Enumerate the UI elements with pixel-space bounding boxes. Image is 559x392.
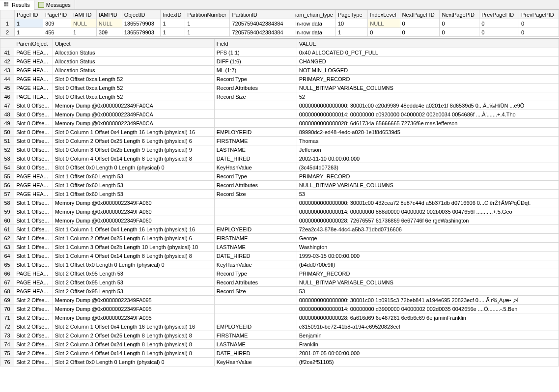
cell[interactable]: ML (1:7) <box>214 66 297 75</box>
cell[interactable] <box>214 207 297 216</box>
cell[interactable] <box>214 110 297 119</box>
table-row[interactable]: 41PAGE HEA...Allocation StatusPFS (1:1)0… <box>0 48 559 57</box>
col-header[interactable]: PageType <box>335 10 367 19</box>
cell[interactable]: 0000000000000000: 30001c00 432cea72 8e87… <box>297 198 559 207</box>
table-row[interactable]: 11309NULLNULL136557990311720575940423843… <box>0 19 559 28</box>
cell[interactable]: Memory Dump @0x00000022349FA060 <box>53 207 214 216</box>
cell[interactable]: Slot 1 Offset 0x0 Length 0 Length (physi… <box>53 260 214 269</box>
row-number[interactable]: 52 <box>0 145 14 154</box>
cell[interactable]: 0000000000000014: 00000000 888d0000 0400… <box>297 207 559 216</box>
lower-table[interactable]: ParentObjectObjectFieldVALUE41PAGE HEA..… <box>0 39 559 366</box>
cell[interactable]: PAGE HEA... <box>14 48 53 57</box>
table-row[interactable]: 62Slot 1 Offse...Slot 1 Column 2 Offset … <box>0 234 559 243</box>
cell[interactable]: Jefferson <box>297 145 559 154</box>
cell[interactable]: Memory Dump @0x00000022349FA095 <box>53 305 214 313</box>
cell[interactable]: Slot 1 Offse... <box>14 243 53 252</box>
cell[interactable]: 0 <box>519 28 559 37</box>
cell[interactable]: Thomas <box>297 137 559 145</box>
row-number[interactable]: 62 <box>0 234 14 243</box>
cell[interactable]: Slot 2 Offset 0x0 Length 0 Length (physi… <box>53 358 214 366</box>
table-row[interactable]: 46PAGE HEA...Slot 0 Offset 0xca Length 5… <box>0 92 559 101</box>
row-number[interactable]: 49 <box>0 119 14 128</box>
col-header[interactable]: Object <box>53 39 214 48</box>
row-number[interactable]: 46 <box>0 92 14 101</box>
cell[interactable]: 89990dc2-ed48-4edc-a020-1e1f8d6539d5 <box>297 128 559 137</box>
col-header[interactable]: NextPagePID <box>440 10 479 19</box>
cell[interactable]: 72057594042384384 <box>230 19 293 28</box>
cell[interactable]: PAGE HEA... <box>14 190 53 198</box>
cell[interactable]: Slot 2 Offse... <box>14 358 53 366</box>
row-number[interactable]: 1 <box>0 19 15 28</box>
cell[interactable]: NULL_BITMAP VARIABLE_COLUMNS <box>297 84 559 92</box>
table-row[interactable]: 45PAGE HEA...Slot 0 Offset 0xca Length 5… <box>0 84 559 92</box>
cell[interactable]: DIFF (1:6) <box>214 57 297 66</box>
cell[interactable]: PAGE HEA... <box>14 269 53 278</box>
col-header[interactable]: PagePID <box>43 10 71 19</box>
cell[interactable]: In-row data <box>293 28 335 37</box>
row-number[interactable]: 68 <box>0 287 14 296</box>
cell[interactable]: 1 <box>71 28 97 37</box>
cell[interactable] <box>214 313 297 322</box>
cell[interactable]: Slot 2 Column 4 Offset 0x14 Length 8 Len… <box>53 349 214 358</box>
table-row[interactable]: 44PAGE HEA...Slot 0 Offset 0xca Length 5… <box>0 75 559 84</box>
table-row[interactable]: 54Slot 0 Offse...Slot 0 Offset 0x0 Lengt… <box>0 163 559 172</box>
col-header[interactable]: Field <box>214 39 297 48</box>
cell[interactable]: Slot 1 Offse... <box>14 225 53 234</box>
cell[interactable]: Slot 0 Offse... <box>14 110 53 119</box>
cell[interactable]: In-row data <box>293 19 335 28</box>
cell[interactable]: 0 <box>479 19 519 28</box>
cell[interactable]: Memory Dump @0x00000022349FA0CA <box>53 119 214 128</box>
cell[interactable]: PAGE HEA... <box>14 84 53 92</box>
cell[interactable] <box>214 198 297 207</box>
cell[interactable]: Slot 2 Column 2 Offset 0x25 Length 8 Len… <box>53 331 214 340</box>
cell[interactable]: Slot 2 Column 1 Offset 0x4 Length 16 Len… <box>53 322 214 331</box>
cell[interactable]: 1 <box>185 19 230 28</box>
cell[interactable]: 0000000000000000: 30001c00 c20d9989 48ed… <box>297 101 559 110</box>
cell[interactable]: Slot 1 Column 2 Offset 0x25 Length 6 Len… <box>53 234 214 243</box>
cell[interactable]: LASTNAME <box>214 340 297 349</box>
cell[interactable]: 309 <box>43 19 71 28</box>
table-row[interactable]: 57PAGE HEA...Slot 1 Offset 0x60 Length 5… <box>0 190 559 198</box>
table-row[interactable]: 67PAGE HEA...Slot 2 Offset 0x95 Length 5… <box>0 278 559 287</box>
cell[interactable]: PAGE HEA... <box>14 92 53 101</box>
cell[interactable]: (3c45d4d07263) <box>297 163 559 172</box>
cell[interactable]: Record Attributes <box>214 181 297 190</box>
cell[interactable]: NULL <box>368 19 400 28</box>
cell[interactable]: FIRSTNAME <box>214 331 297 340</box>
table-row[interactable]: 76Slot 2 Offse...Slot 2 Offset 0x0 Lengt… <box>0 358 559 366</box>
col-header[interactable]: PageFID <box>15 10 43 19</box>
cell[interactable] <box>214 119 297 128</box>
tab-results[interactable]: Results <box>0 0 34 10</box>
cell[interactable]: Memory Dump @0x00000022349FA0CA <box>53 101 214 110</box>
cell[interactable]: c315091b-be72-41b8-a194-e69520823ecf <box>297 322 559 331</box>
table-row[interactable]: 74Slot 2 Offse...Slot 2 Column 3 Offset … <box>0 340 559 349</box>
cell[interactable]: 1 <box>161 19 185 28</box>
table-row[interactable]: 56PAGE HEA...Slot 1 Offset 0x60 Length 5… <box>0 181 559 190</box>
row-number[interactable]: 71 <box>0 313 14 322</box>
cell[interactable]: Allocation Status <box>53 48 214 57</box>
cell[interactable]: Slot 1 Offse... <box>14 216 53 225</box>
cell[interactable]: 1 <box>185 28 230 37</box>
cell[interactable]: Memory Dump @0x00000022349FA060 <box>53 216 214 225</box>
col-header[interactable]: IndexID <box>161 10 185 19</box>
table-row[interactable]: 68PAGE HEA...Slot 2 Offset 0x95 Length 5… <box>0 287 559 296</box>
col-header[interactable]: IAMFID <box>71 10 97 19</box>
cell[interactable]: 0000000000000000: 30001c00 1b0915c3 72be… <box>297 296 559 305</box>
table-row[interactable]: 63Slot 1 Offse...Slot 1 Column 3 Offset … <box>0 243 559 252</box>
table-row[interactable]: 55PAGE HEA...Slot 1 Offset 0x60 Length 5… <box>0 172 559 181</box>
cell[interactable]: 0000000000000028: 72676557 61736869 6e67… <box>297 216 559 225</box>
row-number[interactable]: 45 <box>0 84 14 92</box>
cell[interactable]: Slot 0 Offse... <box>14 101 53 110</box>
cell[interactable]: 0 <box>519 19 559 28</box>
cell[interactable]: Memory Dump @0x00000022349FA060 <box>53 198 214 207</box>
cell[interactable]: Record Size <box>214 287 297 296</box>
cell[interactable]: Slot 0 Offse... <box>14 154 53 163</box>
cell[interactable]: PFS (1:1) <box>214 48 297 57</box>
cell[interactable]: FIRSTNAME <box>214 137 297 145</box>
cell[interactable]: Memory Dump @0x00000022349FA095 <box>53 313 214 322</box>
cell[interactable]: PAGE HEA... <box>14 57 53 66</box>
row-number[interactable]: 43 <box>0 66 14 75</box>
table-row[interactable]: 48Slot 0 Offse...Memory Dump @0x00000022… <box>0 110 559 119</box>
cell[interactable]: 0000000000000014: 00000000 c0920000 0400… <box>297 110 559 119</box>
cell[interactable]: KeyHashValue <box>214 260 297 269</box>
